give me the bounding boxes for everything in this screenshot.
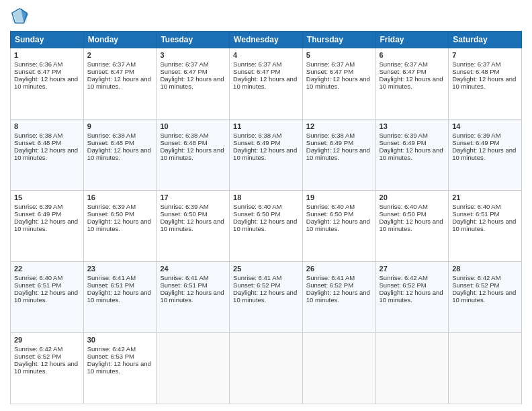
sunrise-label: Sunrise: 6:41 AM [306,274,355,281]
day-number: 4 [233,51,299,59]
calendar-cell: 26 Sunrise: 6:41 AM Sunset: 6:52 PM Dayl… [302,262,375,333]
sunset-label: Sunset: 6:51 PM [87,281,134,289]
day-number: 2 [87,51,153,59]
day-number: 9 [87,122,153,130]
sunset-label: Sunset: 6:47 PM [160,68,207,75]
day-number: 22 [14,265,80,273]
calendar-cell: 11 Sunrise: 6:38 AM Sunset: 6:49 PM Dayl… [230,120,303,191]
sunrise-label: Sunrise: 6:40 AM [452,203,500,210]
sunset-label: Sunset: 6:51 PM [452,210,499,218]
sunset-label: Sunset: 6:49 PM [380,139,427,146]
sunrise-label: Sunrise: 6:39 AM [87,203,136,210]
sunrise-label: Sunrise: 6:37 AM [306,60,355,68]
day-number: 24 [160,265,226,273]
sunset-label: Sunset: 6:52 PM [452,281,499,289]
sunset-label: Sunset: 6:48 PM [87,139,134,146]
day-number: 12 [306,122,372,130]
sunrise-label: Sunrise: 6:38 AM [160,132,208,139]
daylight-label: Daylight: 12 hours and 10 minutes. [14,360,78,375]
sunrise-label: Sunrise: 6:39 AM [380,132,428,139]
sunrise-label: Sunrise: 6:37 AM [233,60,281,68]
daylight-label: Daylight: 12 hours and 10 minutes. [14,146,78,161]
sunset-label: Sunset: 6:52 PM [380,281,427,289]
sunrise-label: Sunrise: 6:39 AM [160,203,208,210]
day-number: 18 [233,193,299,201]
col-tuesday: Tuesday [157,32,230,48]
sunrise-label: Sunrise: 6:42 AM [452,274,500,281]
calendar-cell: 9 Sunrise: 6:38 AM Sunset: 6:48 PM Dayli… [83,120,157,191]
sunset-label: Sunset: 6:50 PM [87,210,134,218]
calendar-cell: 22 Sunrise: 6:40 AM Sunset: 6:51 PM Dayl… [11,262,84,333]
calendar-cell [375,333,449,404]
calendar-cell: 24 Sunrise: 6:41 AM Sunset: 6:51 PM Dayl… [157,262,230,333]
day-number: 17 [160,193,226,201]
sunrise-label: Sunrise: 6:37 AM [380,60,428,68]
col-saturday: Saturday [449,32,522,48]
calendar-cell: 2 Sunrise: 6:37 AM Sunset: 6:47 PM Dayli… [83,48,157,120]
sunset-label: Sunset: 6:51 PM [14,281,61,289]
day-number: 25 [233,265,299,273]
day-number: 6 [380,51,445,59]
sunset-label: Sunset: 6:47 PM [87,68,134,75]
logo [10,7,32,26]
col-monday: Monday [83,32,157,48]
sunrise-label: Sunrise: 6:37 AM [87,60,136,68]
col-friday: Friday [375,32,449,48]
daylight-label: Daylight: 12 hours and 10 minutes. [87,289,151,304]
calendar-cell [449,333,522,404]
day-number: 13 [380,122,445,130]
daylight-label: Daylight: 12 hours and 10 minutes. [306,146,370,161]
daylight-label: Daylight: 12 hours and 10 minutes. [452,289,516,304]
sunrise-label: Sunrise: 6:38 AM [233,132,281,139]
sunset-label: Sunset: 6:49 PM [233,139,280,146]
sunrise-label: Sunrise: 6:37 AM [452,60,500,68]
sunset-label: Sunset: 6:47 PM [306,68,353,75]
sunset-label: Sunset: 6:47 PM [14,68,61,75]
calendar-cell: 20 Sunrise: 6:40 AM Sunset: 6:50 PM Dayl… [375,191,449,262]
sunrise-label: Sunrise: 6:40 AM [233,203,281,210]
daylight-label: Daylight: 12 hours and 10 minutes. [233,75,297,90]
calendar-cell: 10 Sunrise: 6:38 AM Sunset: 6:48 PM Dayl… [157,120,230,191]
daylight-label: Daylight: 12 hours and 10 minutes. [380,146,443,161]
calendar-cell: 28 Sunrise: 6:42 AM Sunset: 6:52 PM Dayl… [449,262,522,333]
calendar-cell: 3 Sunrise: 6:37 AM Sunset: 6:47 PM Dayli… [157,48,230,120]
daylight-label: Daylight: 12 hours and 10 minutes. [306,218,370,232]
day-number: 15 [14,193,80,201]
day-number: 23 [87,265,153,273]
sunrise-label: Sunrise: 6:41 AM [233,274,281,281]
calendar-cell: 18 Sunrise: 6:40 AM Sunset: 6:50 PM Dayl… [230,191,303,262]
day-number: 7 [452,51,518,59]
sunset-label: Sunset: 6:49 PM [306,139,353,146]
calendar-cell: 19 Sunrise: 6:40 AM Sunset: 6:50 PM Dayl… [302,191,375,262]
calendar-week-row: 29 Sunrise: 6:42 AM Sunset: 6:52 PM Dayl… [11,333,522,404]
calendar-cell: 6 Sunrise: 6:37 AM Sunset: 6:47 PM Dayli… [375,48,449,120]
daylight-label: Daylight: 12 hours and 10 minutes. [160,146,224,161]
calendar-cell: 15 Sunrise: 6:39 AM Sunset: 6:49 PM Dayl… [11,191,84,262]
sunset-label: Sunset: 6:50 PM [380,210,427,218]
sunrise-label: Sunrise: 6:39 AM [14,203,62,210]
sunrise-label: Sunrise: 6:42 AM [87,345,136,353]
day-number: 27 [380,265,445,273]
calendar-table: Sunday Monday Tuesday Wednesday Thursday… [10,31,522,404]
sunrise-label: Sunrise: 6:39 AM [452,132,500,139]
day-number: 11 [233,122,299,130]
calendar-cell: 7 Sunrise: 6:37 AM Sunset: 6:48 PM Dayli… [449,48,522,120]
sunrise-label: Sunrise: 6:38 AM [87,132,136,139]
sunset-label: Sunset: 6:47 PM [380,68,427,75]
daylight-label: Daylight: 12 hours and 10 minutes. [14,75,78,90]
sunset-label: Sunset: 6:48 PM [452,68,499,75]
sunset-label: Sunset: 6:52 PM [306,281,353,289]
day-number: 10 [160,122,226,130]
calendar-cell: 29 Sunrise: 6:42 AM Sunset: 6:52 PM Dayl… [11,333,84,404]
daylight-label: Daylight: 12 hours and 10 minutes. [87,75,151,90]
sunrise-label: Sunrise: 6:41 AM [160,274,208,281]
calendar-week-row: 22 Sunrise: 6:40 AM Sunset: 6:51 PM Dayl… [11,262,522,333]
daylight-label: Daylight: 12 hours and 10 minutes. [160,289,224,304]
calendar-cell [302,333,375,404]
sunrise-label: Sunrise: 6:40 AM [380,203,428,210]
page: Sunday Monday Tuesday Wednesday Thursday… [0,0,532,411]
col-thursday: Thursday [302,32,375,48]
calendar-cell: 4 Sunrise: 6:37 AM Sunset: 6:47 PM Dayli… [230,48,303,120]
daylight-label: Daylight: 12 hours and 10 minutes. [452,218,516,232]
sunset-label: Sunset: 6:50 PM [233,210,280,218]
